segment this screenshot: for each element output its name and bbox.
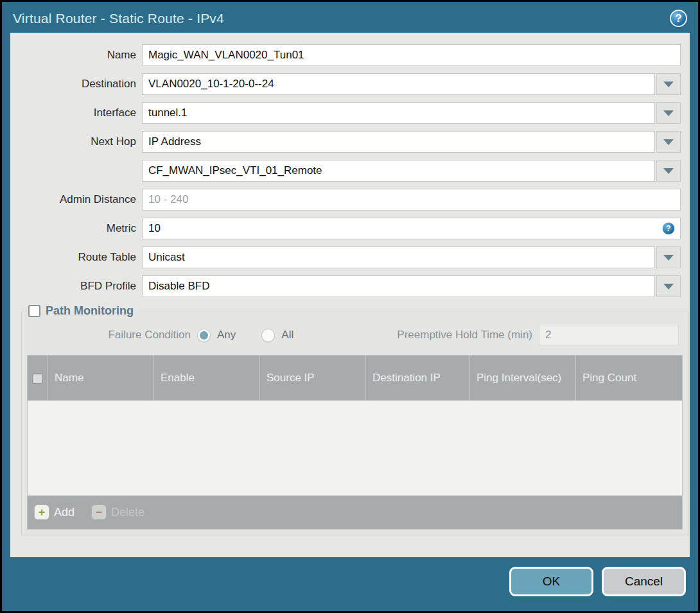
chevron-down-icon: [663, 82, 674, 87]
bfd-profile-input[interactable]: [142, 275, 655, 297]
bfd-profile-label: BFD Profile: [10, 280, 142, 293]
add-icon: +: [34, 505, 49, 520]
column-header-ping-interval[interactable]: Ping Interval(sec): [470, 356, 576, 401]
failure-condition-row: Failure Condition Any All Preemptive Hol…: [27, 324, 679, 346]
dialog-titlebar: Virtual Router - Static Route - IPv4 ?: [4, 4, 696, 33]
preemptive-hold-time-label: Preemptive Hold Time (min): [397, 329, 539, 341]
table-footer-toolbar: + Add − Delete: [28, 496, 682, 529]
dialog-content: Name Destination Interface Next Hop: [10, 33, 690, 557]
path-monitoring-title: Path Monitoring: [46, 304, 134, 318]
metric-input[interactable]: [142, 218, 681, 239]
failure-condition-all-label: All: [281, 329, 293, 341]
name-input[interactable]: [142, 44, 681, 66]
path-monitoring-table: Name Enable Source IP Destination IP Pin…: [27, 355, 683, 530]
column-header-ping-count[interactable]: Ping Count: [576, 356, 682, 401]
table-header-row: Name Enable Source IP Destination IP Pin…: [28, 356, 682, 401]
bfd-profile-row: BFD Profile: [10, 275, 681, 297]
interface-row: Interface: [10, 102, 681, 124]
admin-distance-input[interactable]: [142, 189, 681, 211]
column-header-enable[interactable]: Enable: [154, 356, 260, 401]
failure-condition-any-radio[interactable]: [197, 329, 211, 342]
next-hop-address-row: [10, 160, 681, 182]
route-table-dropdown-button[interactable]: [656, 246, 681, 268]
delete-button-label: Delete: [111, 506, 144, 519]
cancel-button[interactable]: Cancel: [602, 567, 686, 596]
route-table-input[interactable]: [142, 246, 655, 268]
path-monitoring-legend: Path Monitoring: [27, 304, 139, 318]
destination-row: Destination: [10, 73, 681, 95]
preemptive-hold-time-input[interactable]: [539, 325, 679, 345]
name-label: Name: [10, 49, 142, 62]
chevron-down-icon: [663, 139, 674, 145]
failure-condition-any-label: Any: [217, 329, 236, 341]
failure-condition-label: Failure Condition: [27, 329, 197, 341]
metric-help-icon[interactable]: ?: [662, 222, 675, 235]
ok-button[interactable]: OK: [509, 567, 593, 596]
path-monitoring-section: Path Monitoring Failure Condition Any Al…: [21, 304, 688, 535]
route-table-row: Route Table: [10, 246, 681, 268]
column-header-source-ip[interactable]: Source IP: [260, 356, 366, 401]
add-button[interactable]: + Add: [34, 505, 74, 520]
interface-label: Interface: [10, 107, 142, 119]
table-body-empty: [28, 401, 682, 496]
destination-label: Destination: [10, 78, 142, 91]
route-table-label: Route Table: [10, 251, 142, 264]
chevron-down-icon: [663, 110, 674, 116]
metric-label: Metric: [10, 222, 142, 235]
chevron-down-icon: [663, 255, 674, 261]
dialog-title: Virtual Router - Static Route - IPv4: [13, 11, 224, 26]
column-header-destination-ip[interactable]: Destination IP: [366, 356, 470, 401]
add-button-label: Add: [54, 506, 74, 519]
delete-icon: −: [91, 505, 107, 520]
destination-dropdown-button[interactable]: [656, 73, 681, 95]
next-hop-type-dropdown-button[interactable]: [656, 131, 681, 153]
admin-distance-row: Admin Distance: [10, 189, 681, 211]
destination-input[interactable]: [142, 73, 655, 95]
path-monitoring-checkbox[interactable]: [28, 305, 40, 317]
table-header-checkbox-cell: [28, 356, 48, 401]
column-header-name[interactable]: Name: [48, 356, 154, 401]
next-hop-type-input[interactable]: [142, 131, 655, 153]
name-row: Name: [10, 44, 681, 66]
chevron-down-icon: [663, 284, 674, 289]
next-hop-address-input[interactable]: [142, 160, 655, 182]
next-hop-row: Next Hop: [10, 131, 681, 153]
metric-row: Metric ?: [10, 218, 681, 239]
bfd-profile-dropdown-button[interactable]: [656, 275, 681, 297]
interface-dropdown-button[interactable]: [656, 102, 681, 124]
chevron-down-icon: [663, 168, 674, 174]
next-hop-address-dropdown-button[interactable]: [656, 160, 681, 182]
help-icon[interactable]: ?: [670, 10, 687, 27]
dialog-footer: OK Cancel: [4, 553, 696, 609]
failure-condition-all-radio[interactable]: [261, 329, 275, 342]
select-all-checkbox[interactable]: [32, 373, 43, 384]
admin-distance-label: Admin Distance: [10, 193, 142, 206]
static-route-dialog: Virtual Router - Static Route - IPv4 ? N…: [0, 0, 700, 613]
interface-input[interactable]: [142, 102, 655, 124]
delete-button[interactable]: − Delete: [91, 505, 144, 520]
next-hop-label: Next Hop: [10, 135, 142, 148]
